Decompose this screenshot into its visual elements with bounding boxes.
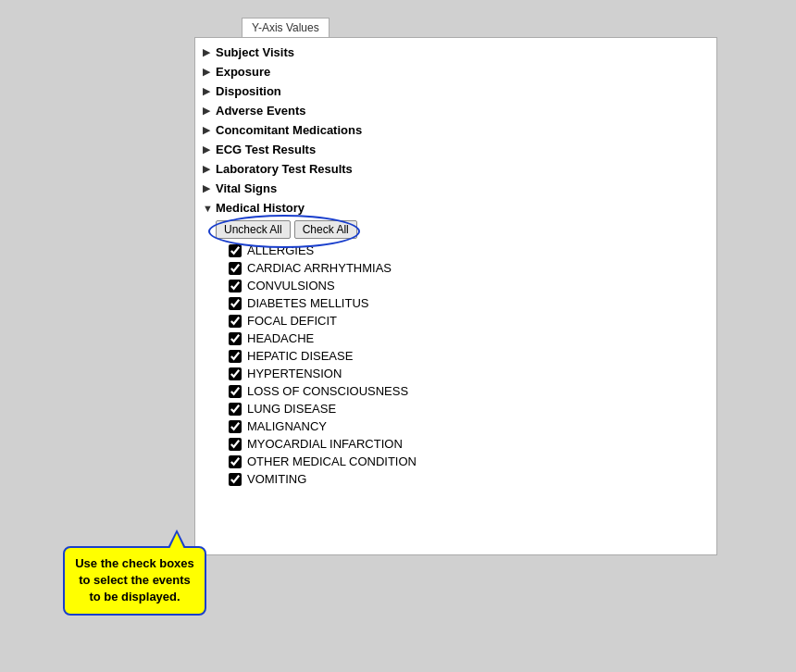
tree-label-vital-signs: Vital Signs (216, 181, 277, 195)
collapse-arrow-subject-visits: ▶ (203, 46, 216, 58)
checkbox-label-other-medical-condition: OTHER MEDICAL CONDITION (247, 454, 417, 468)
collapse-arrow-vital-signs: ▶ (203, 182, 216, 194)
main-panel: Y-Axis Values ▶ Subject Visits ▶ Exposur… (194, 37, 717, 555)
checkbox-hepatic-disease[interactable] (229, 350, 242, 363)
checkbox-malignancy[interactable] (229, 420, 242, 433)
list-item: VOMITING (195, 470, 716, 488)
checkbox-vomiting[interactable] (229, 473, 242, 486)
list-item: MYOCARDIAL INFARCTION (195, 435, 716, 453)
check-all-button[interactable]: Check All (294, 220, 357, 239)
collapse-arrow-adverse-events: ▶ (203, 105, 216, 117)
tree-area: ▶ Subject Visits ▶ Exposure ▶ Dispositio… (195, 38, 716, 554)
tree-item-medical-history[interactable]: ▼ Medical History (195, 198, 716, 218)
checkbox-label-hypertension: HYPERTENSION (247, 367, 342, 380)
checkbox-label-hepatic-disease: HEPATIC DISEASE (247, 349, 353, 363)
checkbox-convulsions[interactable] (229, 280, 242, 292)
list-item: CONVULSIONS (195, 277, 716, 294)
list-item: FOCAL DEFICIT (195, 312, 716, 330)
list-item: DIABETES MELLITUS (195, 294, 716, 312)
checkbox-myocardial-infarction[interactable] (229, 438, 242, 451)
checkbox-headache[interactable] (229, 332, 242, 345)
list-item: ALLERGIES (195, 242, 716, 259)
tree-label-adverse-events: Adverse Events (216, 104, 306, 118)
tree-item-laboratory-test-results[interactable]: ▶ Laboratory Test Results (195, 159, 716, 179)
checkbox-label-myocardial-infarction: MYOCARDIAL INFARCTION (247, 437, 403, 451)
tree-label-medical-history: Medical History (216, 201, 305, 215)
expand-arrow-medical-history: ▼ (203, 203, 216, 214)
list-item: HEADACHE (195, 330, 716, 347)
tree-item-exposure[interactable]: ▶ Exposure (195, 62, 716, 81)
checkbox-other-medical-condition[interactable] (229, 455, 242, 468)
button-circle-annotation: Uncheck All Check All (216, 220, 357, 239)
collapse-arrow-disposition: ▶ (203, 85, 216, 97)
checkbox-label-vomiting: VOMITING (247, 472, 306, 486)
checkbox-lung-disease[interactable] (229, 403, 242, 416)
tree-item-subject-visits[interactable]: ▶ Subject Visits (195, 43, 716, 62)
tooltip-balloon: Use the check boxes to select the events… (63, 546, 206, 616)
checkbox-loss-of-consciousness[interactable] (229, 385, 242, 398)
y-axis-tab: Y-Axis Values (242, 18, 330, 37)
tree-label-exposure: Exposure (216, 65, 270, 79)
checkbox-label-cardiac-arrhythmias: CARDIAC ARRHYTHMIAS (247, 261, 392, 275)
checkbox-label-convulsions: CONVULSIONS (247, 279, 335, 292)
list-item: HEPATIC DISEASE (195, 347, 716, 365)
tree-item-disposition[interactable]: ▶ Disposition (195, 81, 716, 101)
list-item: LUNG DISEASE (195, 400, 716, 417)
checkbox-label-diabetes-mellitus: DIABETES MELLITUS (247, 296, 368, 310)
list-item: HYPERTENSION (195, 365, 716, 382)
collapse-arrow-laboratory-test-results: ▶ (203, 163, 216, 175)
tree-item-adverse-events[interactable]: ▶ Adverse Events (195, 101, 716, 120)
uncheck-all-button[interactable]: Uncheck All (216, 220, 291, 239)
tree-label-laboratory-test-results: Laboratory Test Results (216, 162, 353, 176)
checkbox-label-allergies: ALLERGIES (247, 243, 314, 257)
medical-history-button-row: Uncheck All Check All (195, 218, 716, 242)
tab-label: Y-Axis Values (252, 21, 319, 34)
tree-item-concomitant-medications[interactable]: ▶ Concomitant Medications (195, 120, 716, 140)
checkbox-hypertension[interactable] (229, 367, 242, 380)
checkbox-label-headache: HEADACHE (247, 331, 314, 345)
checkbox-label-loss-of-consciousness: LOSS OF CONSCIOUSNESS (247, 384, 408, 398)
collapse-arrow-ecg-test-results: ▶ (203, 143, 216, 156)
list-item: CARDIAC ARRHYTHMIAS (195, 259, 716, 277)
checkbox-label-lung-disease: LUNG DISEASE (247, 402, 336, 416)
collapse-arrow-exposure: ▶ (203, 66, 216, 78)
tree-label-ecg-test-results: ECG Test Results (216, 143, 316, 156)
list-item: LOSS OF CONSCIOUSNESS (195, 382, 716, 400)
checkbox-cardiac-arrhythmias[interactable] (229, 262, 242, 275)
checkbox-allergies[interactable] (229, 244, 242, 257)
checkbox-focal-deficit[interactable] (229, 315, 242, 328)
tree-label-concomitant-medications: Concomitant Medications (216, 123, 362, 137)
tree-item-ecg-test-results[interactable]: ▶ ECG Test Results (195, 140, 716, 159)
list-item: OTHER MEDICAL CONDITION (195, 453, 716, 470)
list-item: MALIGNANCY (195, 417, 716, 435)
tree-item-vital-signs[interactable]: ▶ Vital Signs (195, 179, 716, 198)
tree-label-subject-visits: Subject Visits (216, 45, 294, 59)
collapse-arrow-concomitant-medications: ▶ (203, 124, 216, 136)
checkbox-label-focal-deficit: FOCAL DEFICIT (247, 314, 337, 328)
checkbox-label-malignancy: MALIGNANCY (247, 419, 327, 433)
checkbox-diabetes-mellitus[interactable] (229, 297, 242, 310)
tooltip-text: Use the check boxes to select the events… (75, 556, 194, 604)
tree-label-disposition: Disposition (216, 84, 281, 98)
